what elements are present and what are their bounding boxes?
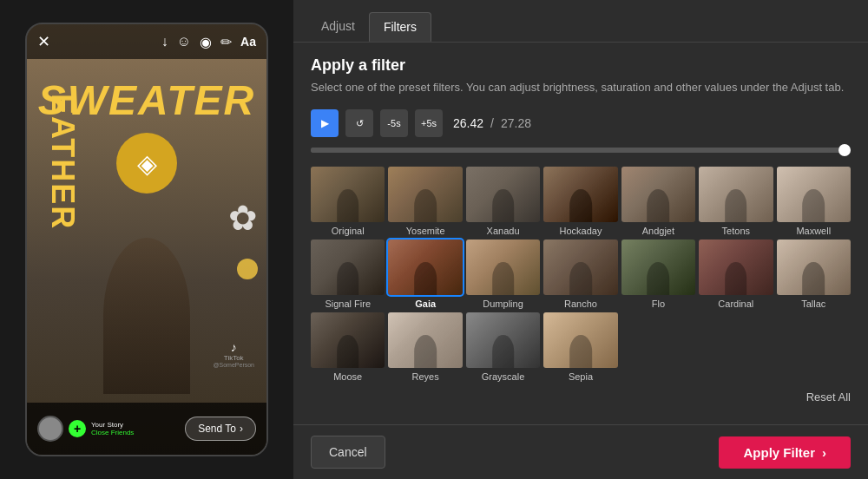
filter-panel: Adjust Filters Apply a filter Select one… <box>293 0 868 479</box>
filter-maxwell-label: Maxwell <box>796 226 831 236</box>
close-icon[interactable]: ✕ <box>37 32 50 51</box>
filter-flo-thumb <box>621 240 695 295</box>
filter-yosemite-label: Yosemite <box>406 226 445 236</box>
filter-gaia-label: Gaia <box>415 299 436 309</box>
filter-original[interactable]: Original <box>311 167 385 236</box>
text-icon[interactable]: Aa <box>240 35 256 49</box>
forward-button[interactable]: +5s <box>415 109 443 137</box>
phone-bottom-bar: + Your Story Close Friends Send To › <box>27 403 266 455</box>
draw-icon[interactable]: ✏ <box>220 34 232 50</box>
filter-tetons[interactable]: Tetons <box>699 167 773 236</box>
emoji-icon[interactable]: ☺ <box>177 34 191 49</box>
yellow-circle <box>237 259 258 279</box>
apply-filter-label: Apply Filter <box>743 445 815 460</box>
chevron-right-icon: › <box>240 423 243 435</box>
filter-sepia[interactable]: Sepia <box>543 312 617 382</box>
filter-moose-thumb <box>311 312 385 368</box>
filter-dumpling-thumb <box>466 240 540 295</box>
filter-row-1: Original Yosemite Xanadu Hockaday <box>311 167 851 236</box>
download-icon[interactable]: ↓ <box>161 34 168 49</box>
current-time: 26.42 <box>453 116 483 130</box>
filter-yosemite-thumb <box>388 167 462 222</box>
filter-andgjet-label: Andgjet <box>642 226 674 236</box>
filter-tetons-label: Tetons <box>722 226 750 236</box>
phone-top-icons: ↓ ☺ ◉ ✏ Aa <box>161 34 256 50</box>
eather-text: EATHER <box>44 94 81 230</box>
filter-hockaday-label: Hockaday <box>560 226 602 236</box>
story-labels: Your Story Close Friends <box>91 421 134 436</box>
filter-original-label: Original <box>332 226 365 236</box>
filter-cardinal-thumb <box>699 240 773 295</box>
daisy-decoration: ✿ <box>228 198 258 238</box>
rewind-button[interactable]: -5s <box>380 109 408 137</box>
apply-filter-button[interactable]: Apply Filter › <box>719 436 851 469</box>
filter-xanadu-label: Xanadu <box>487 226 520 236</box>
phone-preview-panel: ✕ ↓ ☺ ◉ ✏ Aa SWEATER EATHER ✿ ♪ TikTok @… <box>0 0 293 479</box>
filter-dumpling[interactable]: Dumpling <box>466 240 540 309</box>
filter-gaia-thumb <box>388 240 462 295</box>
filter-gaia[interactable]: Gaia <box>388 240 462 309</box>
phone-content: SWEATER EATHER ✿ ♪ TikTok @SomePerson <box>27 24 266 455</box>
filter-tallac[interactable]: Tallac <box>777 240 851 309</box>
filter-signal-fire[interactable]: Signal Fire <box>311 240 385 309</box>
filter-reyes-thumb <box>388 312 462 368</box>
filter-andgjet-thumb <box>621 167 695 222</box>
add-story-button[interactable]: + <box>69 420 86 437</box>
filter-flo[interactable]: Flo <box>621 240 695 309</box>
avatar <box>37 416 63 442</box>
filter-cardinal[interactable]: Cardinal <box>699 240 773 309</box>
sticker-icon[interactable]: ◉ <box>200 34 212 50</box>
filter-reyes[interactable]: Reyes <box>388 312 462 382</box>
filter-xanadu[interactable]: Xanadu <box>466 167 540 236</box>
play-button[interactable]: ▶ <box>311 109 339 137</box>
cancel-button[interactable]: Cancel <box>311 436 385 469</box>
tab-filters[interactable]: Filters <box>369 12 431 42</box>
filter-row-2: Signal Fire Gaia Dumpling Rancho <box>311 240 851 309</box>
filter-rancho[interactable]: Rancho <box>543 240 617 309</box>
filter-content: Apply a filter Select one of the preset … <box>293 43 868 424</box>
filter-row-3: Moose Reyes Grayscale Sepia <box>311 312 851 382</box>
seek-handle[interactable] <box>838 144 851 156</box>
filter-cardinal-label: Cardinal <box>718 299 753 309</box>
filter-xanadu-thumb <box>466 167 540 222</box>
filter-andgjet[interactable]: Andgjet <box>621 167 695 236</box>
filter-description: Select one of the preset filters. You ca… <box>311 80 851 95</box>
filter-moose[interactable]: Moose <box>311 312 385 382</box>
filter-tallac-label: Tallac <box>801 299 825 309</box>
time-separator: / <box>490 116 494 130</box>
filter-signal-thumb <box>311 240 385 295</box>
chevron-right-icon: › <box>822 445 826 460</box>
seek-bar-fill <box>311 148 829 153</box>
filter-flo-label: Flo <box>652 299 665 309</box>
filter-rancho-label: Rancho <box>564 299 597 309</box>
phone-top-bar: ✕ ↓ ☺ ◉ ✏ Aa <box>27 24 266 59</box>
send-to-button[interactable]: Send To › <box>185 417 256 441</box>
filter-hockaday[interactable]: Hockaday <box>543 167 617 236</box>
tab-bar: Adjust Filters <box>293 0 868 43</box>
filter-signal-label: Signal Fire <box>325 299 371 309</box>
filter-maxwell-thumb <box>777 167 851 222</box>
filter-dumpling-label: Dumpling <box>483 299 523 309</box>
reset-playback-button[interactable]: ↺ <box>345 109 373 137</box>
seek-bar[interactable] <box>311 148 851 153</box>
reset-row: Reset All <box>311 385 851 410</box>
filter-grayscale-thumb <box>466 312 540 368</box>
filter-grayscale-label: Grayscale <box>482 371 525 382</box>
send-to-label: Send To <box>198 423 236 435</box>
your-story-section: + Your Story Close Friends <box>37 416 134 442</box>
reset-all-button[interactable]: Reset All <box>806 390 851 404</box>
filter-yosemite[interactable]: Yosemite <box>388 167 462 236</box>
thumb-person <box>337 189 359 222</box>
filter-grayscale[interactable]: Grayscale <box>466 312 540 382</box>
filter-sepia-label: Sepia <box>569 371 593 382</box>
phone-frame: ✕ ↓ ☺ ◉ ✏ Aa SWEATER EATHER ✿ ♪ TikTok @… <box>25 23 268 456</box>
playback-controls: ▶ ↺ -5s +5s 26.42 / 27.28 <box>311 109 851 137</box>
filter-original-thumb <box>311 167 385 222</box>
filter-sepia-thumb <box>543 312 617 368</box>
filter-hockaday-thumb <box>543 167 617 222</box>
filter-maxwell[interactable]: Maxwell <box>777 167 851 236</box>
total-time: 27.28 <box>501 116 531 130</box>
filter-tallac-thumb <box>777 240 851 295</box>
tiktok-badge: ♪ TikTok @SomePerson <box>213 340 254 368</box>
tab-adjust[interactable]: Adjust <box>307 12 369 42</box>
